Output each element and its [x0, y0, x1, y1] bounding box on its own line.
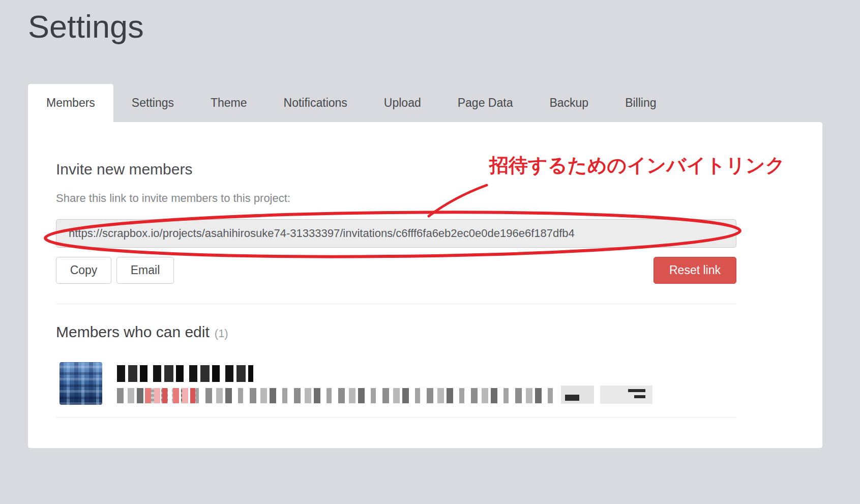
- members-count: (1): [215, 327, 228, 340]
- tab-page-data[interactable]: Page Data: [439, 84, 531, 122]
- redacted-chip: [600, 386, 653, 404]
- email-button[interactable]: Email: [116, 257, 174, 284]
- tab-notifications[interactable]: Notifications: [265, 84, 366, 122]
- member-avatar: [60, 362, 102, 405]
- section-divider: [56, 417, 736, 418]
- settings-tab-bar: Members Settings Theme Notifications Upl…: [28, 84, 675, 122]
- invite-description: Share this link to invite members to thi…: [56, 192, 290, 205]
- tab-backup[interactable]: Backup: [531, 84, 607, 122]
- tab-theme[interactable]: Theme: [192, 84, 265, 122]
- copy-button[interactable]: Copy: [56, 257, 111, 284]
- tab-settings[interactable]: Settings: [113, 84, 192, 122]
- reset-link-button[interactable]: Reset link: [654, 257, 736, 284]
- redacted-member-name: [117, 365, 253, 382]
- redacted-chip: [561, 386, 594, 404]
- invite-heading: Invite new members: [56, 161, 192, 178]
- redacted-member-info-highlight: [145, 388, 196, 403]
- page-title: Settings: [28, 8, 144, 45]
- annotation-label: 招待するためのインバイトリンク: [489, 153, 785, 179]
- members-heading: Members who can edit(1): [56, 323, 228, 341]
- section-divider: [56, 304, 736, 304]
- tab-members[interactable]: Members: [28, 84, 113, 122]
- members-heading-label: Members who can edit: [56, 323, 210, 340]
- tab-billing[interactable]: Billing: [607, 84, 674, 122]
- settings-page: { "page": { "title": "Settings" }, "tabs…: [0, 0, 860, 504]
- invite-link-input[interactable]: [56, 219, 736, 248]
- tab-upload[interactable]: Upload: [366, 84, 439, 122]
